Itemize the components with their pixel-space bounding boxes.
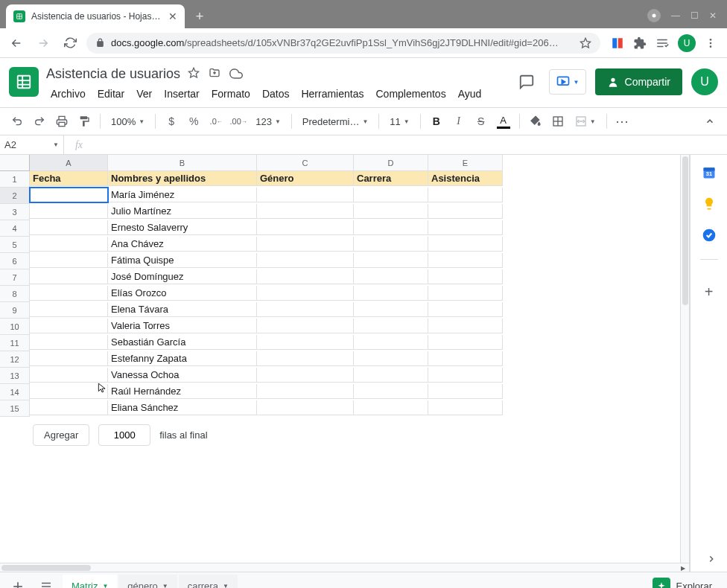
cell[interactable] xyxy=(354,220,428,235)
menu-complementos[interactable]: Complementos xyxy=(371,85,450,103)
percent-button[interactable]: % xyxy=(184,112,203,131)
row-header[interactable]: 6 xyxy=(0,253,30,269)
formula-input[interactable] xyxy=(94,135,727,154)
keep-icon[interactable] xyxy=(702,196,717,211)
undo-icon[interactable] xyxy=(7,112,27,131)
cell[interactable]: Raúl Hernández xyxy=(108,384,257,399)
cell[interactable] xyxy=(257,351,354,366)
cell[interactable]: Sebastián García xyxy=(108,335,257,350)
browser-profile-avatar[interactable]: U xyxy=(678,34,696,52)
menu-ayuda[interactable]: Ayud xyxy=(454,85,486,103)
window-minimize-icon[interactable]: — xyxy=(671,10,680,21)
increase-decimal-button[interactable]: .00→ xyxy=(229,112,248,131)
share-button[interactable]: Compartir xyxy=(595,68,682,95)
zoom-selector[interactable]: 100%▼ xyxy=(107,116,149,127)
cell[interactable]: Estefanny Zapata xyxy=(108,351,257,366)
print-icon[interactable] xyxy=(52,112,72,131)
row-header[interactable]: 7 xyxy=(0,269,30,286)
add-addon-icon[interactable]: + xyxy=(705,284,714,301)
cell[interactable] xyxy=(30,204,108,219)
cell[interactable] xyxy=(428,319,503,333)
menu-herramientas[interactable]: Herramientas xyxy=(296,85,368,103)
tasks-icon[interactable] xyxy=(702,228,717,243)
row-header[interactable]: 4 xyxy=(0,220,30,237)
menu-editar[interactable]: Editar xyxy=(93,85,130,103)
menu-ver[interactable]: Ver xyxy=(132,85,156,103)
header-cell[interactable]: Nombres y apellidos xyxy=(108,171,257,186)
cell[interactable] xyxy=(428,335,503,350)
cell[interactable]: Valeria Torres xyxy=(108,319,257,333)
extensions-puzzle-icon[interactable] xyxy=(633,36,647,50)
cell[interactable] xyxy=(354,286,428,301)
cell[interactable] xyxy=(257,204,354,219)
cell[interactable]: José Domínguez xyxy=(108,269,257,284)
cell[interactable] xyxy=(257,368,354,383)
all-sheets-icon[interactable] xyxy=(34,575,58,589)
cell[interactable] xyxy=(30,335,108,350)
present-button[interactable]: ▼ xyxy=(549,69,586,95)
col-header[interactable]: D xyxy=(354,155,428,171)
fill-color-button[interactable] xyxy=(526,112,545,131)
nav-back-icon[interactable] xyxy=(6,33,27,54)
header-cell[interactable]: Género xyxy=(257,171,354,186)
cell[interactable] xyxy=(30,351,108,366)
spreadsheet-grid[interactable]: ABCDE1FechaNombres y apellidosGéneroCarr… xyxy=(0,155,689,417)
add-rows-button[interactable]: Agregar xyxy=(33,424,89,446)
row-header[interactable]: 5 xyxy=(0,237,30,253)
col-header[interactable]: A xyxy=(30,155,108,171)
cell[interactable] xyxy=(257,269,354,284)
profile-indicator-icon[interactable] xyxy=(647,9,661,22)
cell[interactable]: Fátima Quispe xyxy=(108,253,257,268)
cell[interactable] xyxy=(354,188,428,202)
sheets-logo-icon[interactable] xyxy=(9,67,39,97)
cell[interactable] xyxy=(428,269,503,284)
cell[interactable] xyxy=(30,220,108,235)
cell[interactable] xyxy=(257,286,354,301)
redo-icon[interactable] xyxy=(30,112,49,131)
menu-insertar[interactable]: Insertar xyxy=(159,85,203,103)
cell[interactable] xyxy=(257,253,354,268)
cell[interactable] xyxy=(30,400,108,415)
calendar-icon[interactable]: 31 xyxy=(702,165,717,180)
url-box[interactable]: docs.google.com/spreadsheets/d/105xVNBr3… xyxy=(86,33,600,54)
cell[interactable] xyxy=(257,188,354,202)
doc-title[interactable]: Asistencia de usuarios xyxy=(46,66,180,82)
row-header[interactable]: 13 xyxy=(0,368,30,384)
window-close-icon[interactable]: ✕ xyxy=(709,10,717,21)
cell[interactable] xyxy=(257,384,354,399)
cell[interactable] xyxy=(354,319,428,333)
new-tab-button[interactable]: + xyxy=(189,6,210,27)
reading-list-icon[interactable] xyxy=(655,36,669,50)
row-header[interactable]: 12 xyxy=(0,351,30,368)
window-maximize-icon[interactable]: ☐ xyxy=(691,10,699,21)
cell[interactable] xyxy=(354,204,428,219)
col-header[interactable]: C xyxy=(257,155,354,171)
add-sheet-icon[interactable] xyxy=(6,575,30,589)
cell[interactable] xyxy=(354,253,428,268)
cell[interactable] xyxy=(354,302,428,317)
cell[interactable] xyxy=(428,302,503,317)
cell[interactable] xyxy=(257,400,354,415)
more-toolbar-icon[interactable]: ⋯ xyxy=(613,112,632,131)
cell[interactable] xyxy=(30,384,108,399)
decrease-decimal-button[interactable]: .0← xyxy=(206,112,226,131)
cell[interactable] xyxy=(30,368,108,383)
extension-icon[interactable] xyxy=(611,36,624,50)
row-header[interactable]: 2 xyxy=(0,188,30,204)
cell[interactable]: Eliana Sánchez xyxy=(108,400,257,415)
cell[interactable] xyxy=(30,188,108,202)
cell[interactable] xyxy=(354,335,428,350)
merge-cells-button[interactable]: ▼ xyxy=(571,115,600,127)
cloud-status-icon[interactable] xyxy=(229,67,243,80)
cell[interactable] xyxy=(257,319,354,333)
cell[interactable] xyxy=(428,368,503,383)
cell[interactable] xyxy=(428,286,503,301)
bold-button[interactable]: B xyxy=(427,112,446,131)
cell[interactable] xyxy=(428,384,503,399)
collapse-sidepanel-icon[interactable] xyxy=(706,554,717,564)
horizontal-scrollbar[interactable]: ◀▶ xyxy=(0,563,689,572)
cell[interactable] xyxy=(428,400,503,415)
name-box[interactable]: A2▼ xyxy=(0,135,64,154)
tab-close-icon[interactable]: ✕ xyxy=(168,10,177,22)
cell[interactable] xyxy=(354,351,428,366)
